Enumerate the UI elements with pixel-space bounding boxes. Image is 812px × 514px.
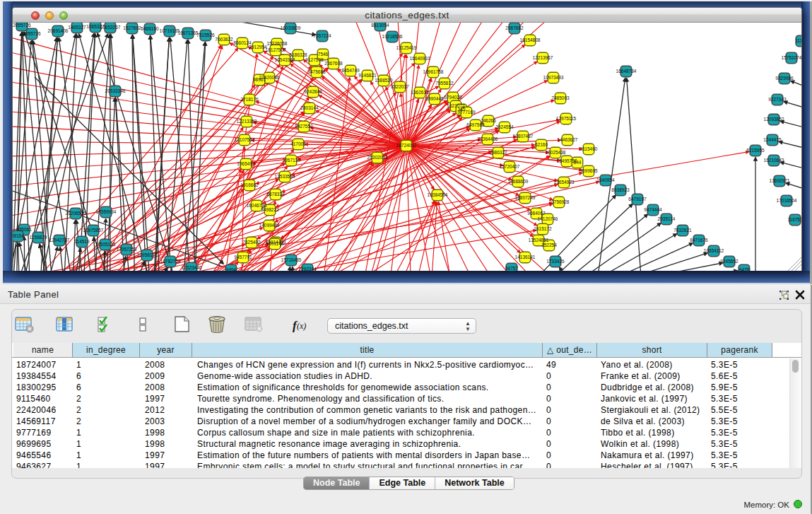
svg-text:10107553: 10107553 (235, 137, 255, 142)
svg-text:6497568: 6497568 (466, 122, 485, 127)
svg-text:16154808: 16154808 (520, 37, 541, 42)
svg-text:844: 844 (574, 160, 582, 165)
svg-text:16782759: 16782759 (160, 259, 181, 264)
svg-text:6466160: 6466160 (141, 26, 159, 31)
svg-text:19218506: 19218506 (382, 34, 403, 39)
svg-text:3267110: 3267110 (283, 158, 300, 163)
svg-text:20533346: 20533346 (105, 88, 126, 93)
svg-text:7515526: 7515526 (196, 33, 215, 37)
svg-text:116753: 116753 (787, 217, 801, 222)
svg-text:12975115: 12975115 (556, 116, 577, 121)
svg-text:9115460: 9115460 (580, 146, 598, 151)
svg-text:13125419: 13125419 (396, 45, 417, 50)
svg-text:14099489: 14099489 (259, 223, 280, 228)
svg-text:15751074: 15751074 (782, 55, 801, 60)
svg-text:13692971: 13692971 (770, 178, 790, 183)
svg-text:9474444: 9474444 (644, 207, 662, 212)
svg-text:2803144: 2803144 (300, 105, 319, 110)
svg-text:12093852: 12093852 (764, 117, 784, 122)
svg-text:10653267: 10653267 (100, 25, 121, 30)
svg-text:1733426: 1733426 (546, 259, 565, 264)
svg-text:7625402: 7625402 (242, 240, 261, 245)
svg-text:8427552: 8427552 (295, 124, 313, 129)
svg-text:9146821: 9146821 (358, 73, 377, 78)
svg-text:1916682: 1916682 (240, 182, 259, 187)
svg-text:16640910: 16640910 (410, 56, 430, 61)
svg-text:10688609: 10688609 (508, 179, 529, 184)
svg-text:9227343: 9227343 (768, 97, 787, 102)
svg-text:1965493: 1965493 (237, 161, 255, 166)
svg-text:9245652: 9245652 (720, 259, 739, 264)
svg-text:252254: 252254 (541, 243, 557, 247)
svg-text:13524851: 13524851 (529, 238, 549, 243)
svg-text:25302033: 25302033 (367, 155, 388, 160)
svg-text:1588520: 1588520 (375, 78, 393, 83)
svg-text:7357224: 7357224 (313, 33, 331, 38)
svg-text:(x): (x) (297, 321, 306, 331)
svg-text:9457791: 9457791 (234, 255, 252, 259)
svg-text:7632621: 7632621 (673, 228, 692, 233)
svg-text:14463627: 14463627 (558, 137, 578, 142)
svg-text:18127509: 18127509 (266, 47, 286, 52)
svg-text:1615172: 1615172 (534, 226, 552, 231)
svg-text:16961758: 16961758 (423, 69, 444, 74)
svg-text:13533594: 13533594 (275, 174, 295, 179)
svg-text:8322037: 8322037 (391, 84, 409, 89)
svg-text:1691144: 1691144 (266, 241, 284, 246)
svg-text:39154: 39154 (13, 233, 24, 238)
svg-text:21364436: 21364436 (478, 136, 498, 141)
svg-text:10025438: 10025438 (546, 150, 566, 155)
svg-text:17957253: 17957253 (117, 247, 137, 252)
svg-text:3475685: 3475685 (307, 69, 326, 74)
svg-text:8678334: 8678334 (266, 192, 285, 197)
svg-text:15720407: 15720407 (500, 164, 520, 169)
svg-text:9478: 9478 (739, 267, 750, 271)
svg-text:9329966: 9329966 (775, 76, 794, 81)
svg-text:1465327: 1465327 (68, 25, 86, 30)
svg-text:10807487: 10807487 (513, 134, 534, 139)
svg-text:7986322: 7986322 (489, 150, 507, 155)
svg-text:3912954: 3912954 (249, 45, 267, 49)
svg-text:18724007: 18724007 (396, 143, 417, 148)
svg-text:114519: 114519 (74, 239, 90, 244)
svg-text:9699695: 9699695 (579, 168, 598, 173)
svg-text:417005: 417005 (290, 141, 306, 146)
svg-text:2055726: 2055726 (13, 23, 31, 28)
svg-text:1527602: 1527602 (123, 25, 141, 30)
svg-text:12213363: 12213363 (237, 119, 257, 124)
svg-text:10958117: 10958117 (137, 252, 158, 257)
svg-text:8215955: 8215955 (746, 148, 765, 153)
svg-text:62160: 62160 (535, 142, 548, 147)
svg-text:12942737: 12942737 (49, 238, 70, 243)
svg-text:20691406: 20691406 (48, 28, 69, 33)
svg-text:20206536: 20206536 (66, 211, 86, 216)
svg-text:7663822: 7663822 (215, 37, 233, 42)
svg-text:17016504: 17016504 (777, 198, 797, 203)
svg-text:30975857: 30975857 (83, 228, 104, 233)
svg-text:14120746: 14120746 (538, 216, 558, 221)
svg-text:15226058: 15226058 (267, 41, 288, 46)
svg-text:1640954: 1640954 (596, 177, 615, 182)
svg-text:12505135: 12505135 (95, 242, 116, 247)
svg-text:13654923: 13654923 (554, 180, 575, 185)
svg-text:7955812: 7955812 (435, 81, 454, 86)
svg-text:8990448: 8990448 (425, 96, 444, 101)
svg-text:3624554: 3624554 (495, 124, 514, 129)
svg-text:8813054: 8813054 (371, 23, 389, 28)
svg-text:9777169: 9777169 (457, 110, 476, 115)
svg-text:7546: 7546 (318, 52, 329, 57)
svg-text:16210643: 16210643 (764, 158, 784, 163)
svg-text:2055726: 2055726 (23, 31, 41, 36)
svg-text:16648784: 16648784 (616, 69, 637, 74)
svg-text:18807249: 18807249 (515, 195, 536, 200)
svg-text:9994: 9994 (226, 267, 237, 271)
svg-text:9242848: 9242848 (304, 89, 322, 94)
svg-text:3498222: 3498222 (261, 207, 279, 212)
svg-text:2718176: 2718176 (240, 97, 259, 102)
svg-text:1244415: 1244415 (763, 137, 782, 142)
svg-text:8186328: 8186328 (289, 52, 307, 57)
svg-text:9127508: 9127508 (305, 57, 324, 62)
svg-text:98961: 98961 (253, 77, 266, 82)
svg-text:835061: 835061 (16, 227, 32, 232)
svg-text:2087682: 2087682 (505, 25, 524, 30)
